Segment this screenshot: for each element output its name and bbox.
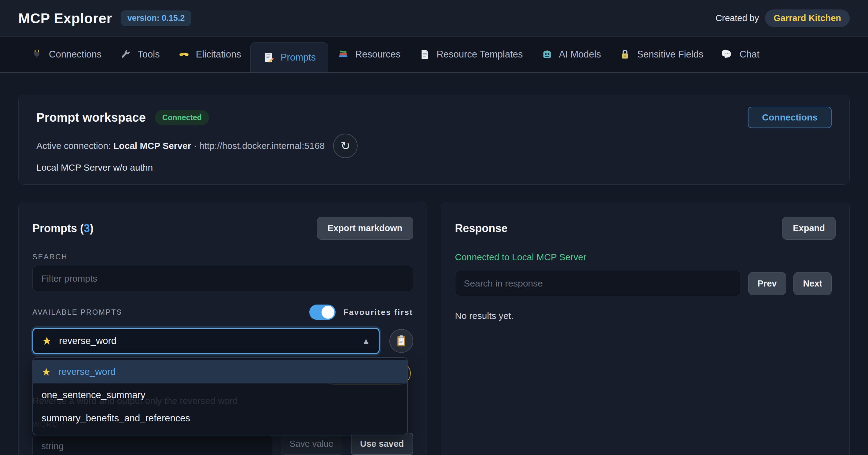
tab-chat[interactable]: Chat	[712, 37, 768, 72]
prompt-workspace-card: Prompt workspace Connected Connections A…	[18, 95, 850, 185]
tab-label: Chat	[739, 49, 759, 60]
filter-prompts-input[interactable]	[32, 266, 413, 291]
clipboard-icon	[395, 334, 408, 348]
connected-badge: Connected	[155, 110, 209, 125]
available-prompts-label: Available prompts	[32, 308, 122, 316]
favourites-first-toggle[interactable]	[309, 305, 336, 320]
plug-icon	[31, 49, 43, 60]
document-icon	[419, 49, 431, 60]
handshake-icon	[178, 49, 190, 60]
dropdown-option-summary-benefits-and-references[interactable]: summary_benefits_and_references	[33, 407, 407, 430]
prompts-count: 3	[84, 222, 90, 235]
word-value-input[interactable]	[32, 435, 272, 455]
favourites-first-label: Favourites first	[344, 308, 413, 317]
response-panel: Response Expand Connected to Local MCP S…	[441, 202, 850, 455]
dropdown-option-label: reverse_word	[58, 366, 116, 377]
tab-prompts[interactable]: Prompts	[250, 42, 328, 72]
favourite-star-icon: ★	[42, 335, 52, 346]
tab-label: Prompts	[281, 52, 316, 63]
app-title: MCP Explorer	[18, 10, 112, 27]
response-title: Response	[455, 222, 508, 235]
selected-prompt-value: reverse_word	[59, 335, 117, 346]
creator: Created by Garrard Kitchen	[715, 9, 850, 27]
tab-resource-templates[interactable]: Resource Templates	[410, 37, 532, 72]
use-saved-button[interactable]: Use saved	[351, 433, 413, 455]
main-nav: Connections Tools Elicitations Prompts R…	[0, 37, 868, 73]
active-connection-line: Active connection: Local MCP Server · ht…	[36, 141, 324, 151]
response-status: Connected to Local MCP Server	[455, 252, 836, 262]
refresh-button[interactable]: ↻	[333, 133, 358, 158]
prev-button[interactable]: Prev	[748, 272, 786, 295]
tab-label: Tools	[137, 49, 159, 60]
tab-label: Resource Templates	[437, 49, 523, 60]
dropdown-option-label: summary_benefits_and_references	[41, 413, 190, 424]
separator: ·	[191, 141, 199, 151]
refresh-icon: ↻	[340, 139, 350, 153]
prompts-title: Prompts (3)	[32, 222, 94, 235]
prompt-dropdown: ★ reverse_word one_sentence_summary summ…	[32, 357, 408, 435]
favourite-star-icon: ★	[41, 367, 51, 377]
tab-tools[interactable]: Tools	[111, 37, 169, 72]
active-connection-label: Active connection:	[36, 141, 111, 151]
expand-button[interactable]: Expand	[782, 217, 836, 240]
copy-prompt-button[interactable]	[390, 329, 413, 353]
lock-icon	[619, 49, 631, 60]
active-connection-name: Local MCP Server	[114, 141, 191, 151]
robot-icon	[541, 49, 553, 60]
tab-elicitations[interactable]: Elicitations	[169, 37, 250, 72]
wrench-icon	[120, 49, 131, 60]
connection-description: Local MCP Server w/o authn	[36, 162, 832, 173]
prompt-details: ★ Favourited Reverse a word and output o…	[32, 361, 413, 455]
active-connection-url: http://host.docker.internal:5168	[199, 141, 324, 151]
next-button[interactable]: Next	[794, 272, 832, 295]
memo-icon	[263, 52, 275, 63]
app-header: MCP Explorer version: 0.15.2 Created by …	[0, 0, 868, 37]
search-label: Search	[32, 252, 413, 261]
dropdown-option-reverse-word[interactable]: ★ reverse_word	[33, 360, 407, 384]
connections-button[interactable]: Connections	[748, 107, 832, 128]
no-results-text: No results yet.	[455, 311, 836, 321]
created-by-name-pill[interactable]: Garrard Kitchen	[765, 9, 850, 27]
tab-label: Resources	[355, 49, 400, 60]
tab-resources[interactable]: Resources	[328, 37, 409, 72]
search-response-input[interactable]	[455, 271, 741, 296]
workspace-title: Prompt workspace	[36, 111, 146, 124]
caret-up-icon: ▲	[362, 336, 370, 346]
speech-bubble-icon	[722, 49, 733, 60]
dropdown-option-label: one_sentence_summary	[41, 390, 145, 401]
prompt-select[interactable]: ★ reverse_word ▲	[32, 328, 380, 354]
tab-connections[interactable]: Connections	[22, 37, 111, 72]
version-badge: version: 0.15.2	[121, 10, 192, 26]
created-by-label: Created by	[715, 13, 759, 23]
export-markdown-button[interactable]: Export markdown	[317, 217, 413, 240]
toggle-knob	[321, 306, 334, 318]
tab-label: AI Models	[559, 49, 601, 60]
dropdown-option-one-sentence-summary[interactable]: one_sentence_summary	[33, 384, 407, 407]
tab-label: Connections	[49, 49, 101, 60]
brand: MCP Explorer version: 0.15.2	[18, 10, 191, 27]
tab-label: Sensitive Fields	[637, 49, 703, 60]
tab-sensitive-fields[interactable]: Sensitive Fields	[610, 37, 712, 72]
prompts-panel: Prompts (3) Export markdown Search Avail…	[18, 202, 427, 455]
tab-ai-models[interactable]: AI Models	[532, 37, 610, 72]
books-icon	[337, 49, 349, 60]
main-content: Prompt workspace Connected Connections A…	[0, 73, 868, 455]
save-value-button[interactable]: Save value	[281, 433, 343, 455]
tab-label: Elicitations	[196, 49, 241, 60]
